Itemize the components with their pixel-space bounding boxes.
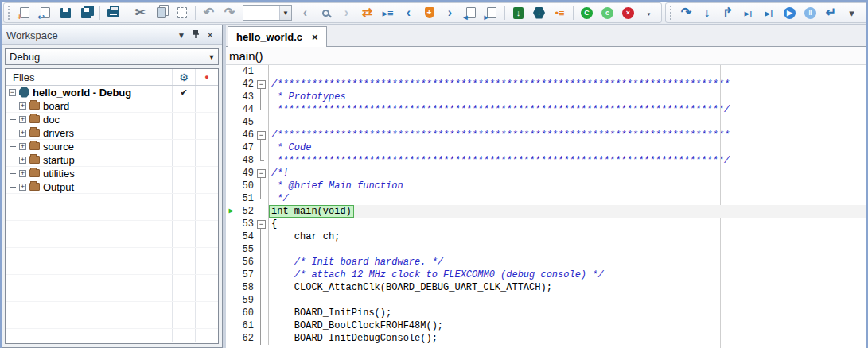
collapse-icon[interactable]: −	[9, 89, 16, 96]
download-and-debug-icon[interactable]: ↓	[508, 4, 528, 22]
line-number[interactable]: 46	[236, 130, 254, 141]
line-number[interactable]: 56	[236, 257, 254, 268]
navigate-forward-icon[interactable]: ›	[337, 4, 356, 22]
navigate-backward-icon[interactable]: ‹	[295, 4, 315, 22]
code-text[interactable]: ****************************************…	[268, 154, 866, 167]
fold-marker[interactable]	[254, 78, 268, 91]
line-number[interactable]: 60	[236, 307, 254, 319]
line-number[interactable]: 43	[236, 91, 254, 102]
next-document-icon[interactable]: ▸	[481, 4, 501, 22]
line-number[interactable]: 42	[236, 79, 254, 90]
quick-search-combo[interactable]: ▼	[243, 5, 292, 21]
line-number[interactable]: 54	[236, 231, 254, 242]
expand-icon[interactable]: +	[19, 184, 26, 191]
expand-icon[interactable]: +	[19, 116, 26, 123]
new-document-icon[interactable]: +	[14, 4, 34, 22]
code-text[interactable]: {	[268, 218, 866, 230]
tree-row[interactable]: +source	[6, 140, 218, 153]
fold-marker[interactable]	[254, 129, 268, 141]
expand-icon[interactable]: +	[19, 102, 26, 110]
execution-arrow-icon[interactable]: ▶	[226, 205, 236, 218]
code-text[interactable]: */	[268, 192, 866, 205]
bookmark-list-icon[interactable]: ▸≡	[378, 4, 398, 22]
breakpoint-dot-icon[interactable]: ●	[195, 69, 218, 85]
code-text[interactable]	[268, 65, 866, 78]
find-icon[interactable]	[316, 4, 336, 22]
combo-arrow-icon[interactable]: ▼	[279, 6, 291, 20]
reset-icon[interactable]: ↵	[821, 4, 841, 22]
code-text[interactable]: /***************************************…	[268, 78, 866, 91]
toggle-source-disassembly-icon[interactable]: ⇄	[357, 4, 377, 22]
line-number[interactable]: 41	[236, 66, 254, 77]
code-text[interactable]: ****************************************…	[268, 103, 866, 116]
code-editor[interactable]: 4142/***********************************…	[226, 65, 866, 348]
code-text[interactable]: * @brief Main function	[268, 180, 866, 192]
go-icon[interactable]: ▶	[780, 4, 800, 22]
code-text[interactable]: /***************************************…	[268, 129, 866, 141]
code-text[interactable]: BOARD_BootClockFROHF48M();	[268, 319, 866, 332]
save-icon[interactable]	[56, 4, 76, 22]
toolbar-grip[interactable]	[8, 6, 12, 20]
code-text[interactable]: * Prototypes	[268, 91, 866, 103]
print-icon[interactable]	[103, 4, 123, 22]
window-menu-icon[interactable]: ▼	[174, 31, 189, 40]
next-bookmark-icon[interactable]: ›	[440, 4, 460, 22]
expand-icon[interactable]: +	[19, 130, 26, 137]
line-number[interactable]: 45	[236, 117, 254, 128]
code-text[interactable]	[268, 116, 866, 129]
open-file-icon[interactable]: ↩	[35, 4, 55, 22]
save-all-icon[interactable]	[76, 4, 96, 22]
cstat-analyze-project-icon[interactable]: C	[577, 4, 597, 22]
toggle-bookmark-icon[interactable]: +	[419, 4, 439, 22]
close-icon[interactable]: ×	[203, 29, 217, 41]
line-number[interactable]: 52	[236, 206, 254, 217]
cut-icon[interactable]: ✂	[130, 4, 150, 22]
cstat-analyze-file-icon[interactable]: c	[597, 4, 617, 22]
fold-marker[interactable]	[254, 218, 268, 230]
tab-close-icon[interactable]: ×	[312, 31, 318, 43]
multi-file-compilation-icon[interactable]: •≡	[550, 4, 570, 22]
pin-icon[interactable]	[189, 29, 203, 41]
expand-icon[interactable]: +	[19, 170, 26, 177]
line-number[interactable]: 48	[236, 155, 254, 166]
line-number[interactable]: 47	[236, 142, 254, 153]
line-number[interactable]: 59	[236, 295, 254, 306]
code-text[interactable]: /* Init board hardware. */	[268, 256, 866, 269]
debug-menu-icon[interactable]: ▾	[842, 4, 862, 22]
tree-row[interactable]: +doc	[6, 113, 218, 126]
tree-row[interactable]: +drivers	[6, 126, 218, 140]
toolbar-overflow-icon[interactable]: ▾	[862, 4, 868, 22]
code-text[interactable]	[268, 294, 866, 307]
tree-row[interactable]: −hello_world - Debug✔	[6, 86, 218, 99]
code-text[interactable]	[268, 243, 866, 256]
run-to-cursor-icon[interactable]: ▸I	[759, 4, 779, 22]
next-statement-icon[interactable]: ▸ı	[738, 4, 758, 22]
tree-row[interactable]: +utilities	[6, 167, 218, 180]
code-text[interactable]: CLOCK_AttachClk(BOARD_DEBUG_UART_CLK_ATT…	[268, 281, 866, 294]
redo-icon[interactable]: ↷	[220, 4, 239, 22]
code-text[interactable]: char ch;	[268, 230, 866, 243]
line-number[interactable]: 61	[236, 320, 254, 331]
line-number[interactable]: 44	[236, 104, 254, 115]
line-number[interactable]: 49	[236, 168, 254, 179]
code-text[interactable]: /* attach 12 MHz clock to FLEXCOMM0 (deb…	[268, 269, 866, 281]
step-into-icon[interactable]: ↓	[697, 4, 717, 22]
code-text[interactable]: int main(void)	[268, 205, 866, 218]
toolbar-grip[interactable]	[670, 6, 674, 20]
expand-icon[interactable]: +	[19, 143, 26, 150]
line-number[interactable]: 62	[236, 333, 254, 344]
line-number[interactable]: 58	[236, 282, 254, 293]
fold-marker[interactable]	[254, 167, 268, 180]
config-select[interactable]: Debug ▼	[5, 48, 219, 65]
cstat-stop-icon[interactable]: ×	[618, 4, 638, 22]
tree-row[interactable]: +startup	[6, 153, 218, 167]
options-gear-icon[interactable]: ⚙	[172, 69, 195, 85]
previous-document-icon[interactable]: ◂	[461, 4, 481, 22]
code-text[interactable]: BOARD_InitPins();	[268, 307, 866, 319]
expand-icon[interactable]: +	[19, 157, 26, 164]
code-text[interactable]: * Code	[268, 141, 866, 154]
break-icon[interactable]: ‖	[800, 4, 820, 22]
line-number[interactable]: 53	[236, 218, 254, 230]
code-text[interactable]: BOARD_InitDebugConsole();	[268, 332, 866, 345]
tab-hello-world-c[interactable]: hello_world.c ×	[228, 26, 327, 47]
